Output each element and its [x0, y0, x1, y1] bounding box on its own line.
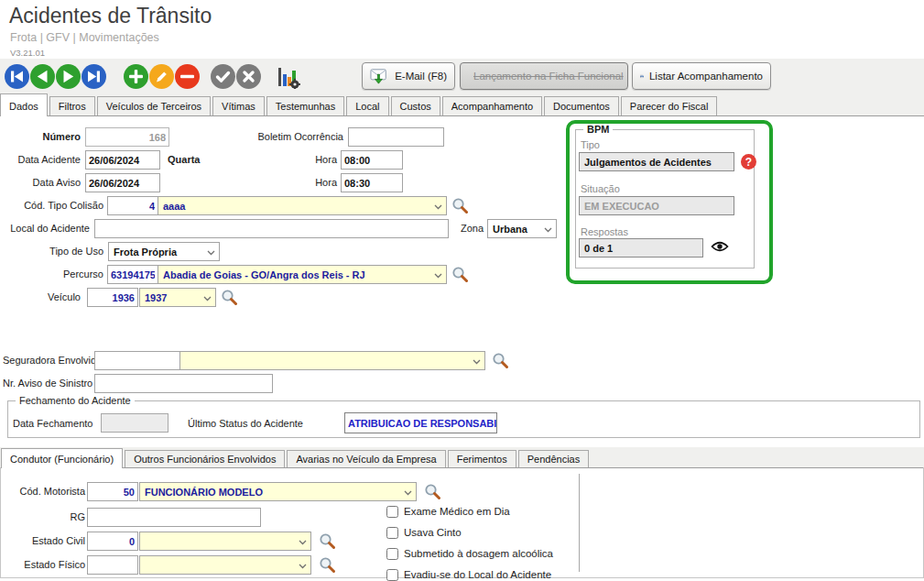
- tab-outros-funcionarios[interactable]: Outros Funcionários Envolvidos: [125, 450, 285, 467]
- estado-civil-combo[interactable]: [139, 532, 311, 551]
- last-record-button[interactable]: [82, 64, 106, 89]
- percurso-code-field[interactable]: [107, 265, 158, 284]
- percurso-combo[interactable]: Abadia de Goias - GO/Angra dos Reis - RJ: [158, 265, 447, 284]
- hora-aviso-field[interactable]: [341, 173, 403, 192]
- cod-motorista-code-field[interactable]: [87, 482, 138, 501]
- first-record-button[interactable]: [5, 64, 29, 89]
- boletim-field[interactable]: [348, 127, 444, 147]
- chevron-down-icon: [473, 359, 481, 365]
- seguradora-code-field[interactable]: [94, 351, 180, 370]
- percurso-search-button[interactable]: [451, 266, 469, 283]
- bpm-tipo-field: Julgamentos de Acidentes: [579, 152, 734, 171]
- evadiu-local-checkbox[interactable]: [386, 569, 398, 581]
- tipo-colisao-combo[interactable]: aaaa: [158, 196, 447, 215]
- chevron-down-icon: [207, 250, 215, 256]
- data-fechamento-field: [101, 413, 168, 433]
- edit-pencil-icon: [149, 64, 174, 89]
- tab-vitimas[interactable]: Vítimas: [212, 96, 265, 115]
- search-icon: [451, 197, 469, 214]
- estado-fisico-search-button[interactable]: [319, 556, 336, 574]
- weekday-label: Quarta: [168, 154, 200, 165]
- tab-parecer-fiscal[interactable]: Parecer do Fiscal: [621, 96, 718, 115]
- ficha-funcional-button-label: Lançamento na Ficha Funcional: [473, 71, 624, 82]
- estado-civil-code-field[interactable]: [87, 532, 138, 551]
- tab-documentos[interactable]: Documentos: [544, 96, 619, 115]
- ultimo-status-label: Último Status do Acidente: [188, 418, 303, 429]
- print-icon: [640, 68, 644, 85]
- next-record-button[interactable]: [56, 64, 81, 89]
- veiculo-combo[interactable]: 1937: [139, 288, 216, 307]
- motorista-search-button[interactable]: [424, 483, 441, 500]
- email-button-label: E-Mail (F8): [395, 71, 447, 82]
- tipo-colisao-label: Cód. Tipo Colisão: [3, 200, 103, 211]
- numero-field[interactable]: [85, 127, 169, 147]
- tab-testemunhas[interactable]: Testemunhas: [266, 96, 344, 115]
- email-button[interactable]: E-Mail (F8): [362, 62, 455, 90]
- tab-local[interactable]: Local: [346, 96, 388, 115]
- zona-select[interactable]: Urbana: [487, 219, 557, 238]
- add-record-button[interactable]: [124, 64, 148, 89]
- confirm-check-icon: [211, 64, 235, 89]
- tab-veiculos-terceiros[interactable]: Veículos de Terceiros: [97, 96, 211, 115]
- motorista-combo-value: FUNCIONÁRIO MODELO: [145, 487, 263, 498]
- delete-icon: [175, 64, 200, 89]
- tab-acompanhamento[interactable]: Acompanhamento: [442, 96, 542, 115]
- first-record-icon: [5, 64, 29, 89]
- chevron-down-icon: [544, 227, 552, 233]
- estado-fisico-code-field[interactable]: [87, 555, 138, 575]
- cancel-button[interactable]: [236, 64, 261, 89]
- view-respostas-button[interactable]: [711, 240, 729, 253]
- bpm-respostas-label: Respostas: [581, 226, 628, 237]
- veiculo-label: Veículo: [3, 291, 81, 302]
- confirm-button[interactable]: [211, 64, 235, 89]
- estado-civil-search-button[interactable]: [319, 532, 336, 550]
- email-icon: [370, 68, 389, 84]
- previous-record-button[interactable]: [30, 64, 55, 89]
- tab-pendencias[interactable]: Pendências: [518, 450, 590, 467]
- chart-settings-icon: [277, 66, 300, 89]
- tipo-uso-select[interactable]: Frota Própria: [108, 242, 220, 261]
- seguradora-label: Seguradora Envolvida: [3, 355, 90, 366]
- data-acidente-field[interactable]: [85, 150, 160, 170]
- chart-settings-button[interactable]: [277, 66, 300, 89]
- hora-acidente-field[interactable]: [341, 150, 403, 170]
- aviso-sinistro-field[interactable]: [94, 374, 273, 393]
- veiculo-search-button[interactable]: [221, 289, 238, 306]
- chevron-down-icon: [299, 564, 307, 569]
- ficha-funcional-button[interactable]: Lançamento na Ficha Funcional: [460, 62, 628, 90]
- fechamento-legend: Fechamento do Acidente: [16, 395, 135, 406]
- tipo-colisao-code-field[interactable]: [107, 196, 158, 215]
- tab-dados[interactable]: Dados: [0, 93, 48, 116]
- rg-field[interactable]: [87, 508, 261, 527]
- seguradora-combo[interactable]: [179, 351, 485, 370]
- add-icon: [124, 64, 148, 89]
- estado-fisico-combo[interactable]: [139, 555, 311, 575]
- search-icon: [319, 532, 336, 550]
- breadcrumb: Frota | GFV | Movimentações: [10, 31, 159, 44]
- tab-ferimentos[interactable]: Ferimentos: [448, 450, 516, 467]
- usava-cinto-checkbox[interactable]: [386, 527, 398, 539]
- tipo-colisao-search-button[interactable]: [451, 197, 469, 214]
- exame-medico-checkbox[interactable]: [386, 506, 398, 518]
- exame-medico-checkbox-label: Exame Médico em Dia: [404, 506, 510, 517]
- seguradora-search-button[interactable]: [492, 352, 509, 369]
- listar-acompanhamento-button[interactable]: Listar Acompanhamento: [632, 62, 771, 90]
- edit-record-button[interactable]: [149, 64, 174, 89]
- cod-motorista-label: Cód. Motorista: [3, 486, 85, 497]
- bpm-legend: BPM: [583, 124, 613, 135]
- veiculo-combo-value: 1937: [145, 292, 167, 303]
- tab-condutor-funcionario[interactable]: Condutor (Funcionário): [1, 448, 123, 468]
- delete-record-button[interactable]: [175, 64, 200, 89]
- tab-avarias-veiculo[interactable]: Avarias no Veículo da Empresa: [287, 450, 445, 467]
- tab-filtros[interactable]: Filtros: [49, 96, 95, 115]
- help-icon[interactable]: ?: [741, 154, 756, 170]
- local-acidente-field[interactable]: [94, 219, 449, 238]
- data-aviso-field[interactable]: [85, 173, 160, 192]
- veiculo-code-field[interactable]: [87, 288, 138, 307]
- usava-cinto-checkbox-label: Usava Cinto: [404, 527, 462, 538]
- motorista-combo[interactable]: FUNCIONÁRIO MODELO: [139, 482, 417, 501]
- dosagem-alcoolica-checkbox[interactable]: [386, 548, 398, 560]
- tab-custos[interactable]: Custos: [391, 96, 440, 115]
- last-record-icon: [82, 64, 106, 89]
- percurso-combo-value: Abadia de Goias - GO/Angra dos Reis - RJ: [163, 269, 365, 280]
